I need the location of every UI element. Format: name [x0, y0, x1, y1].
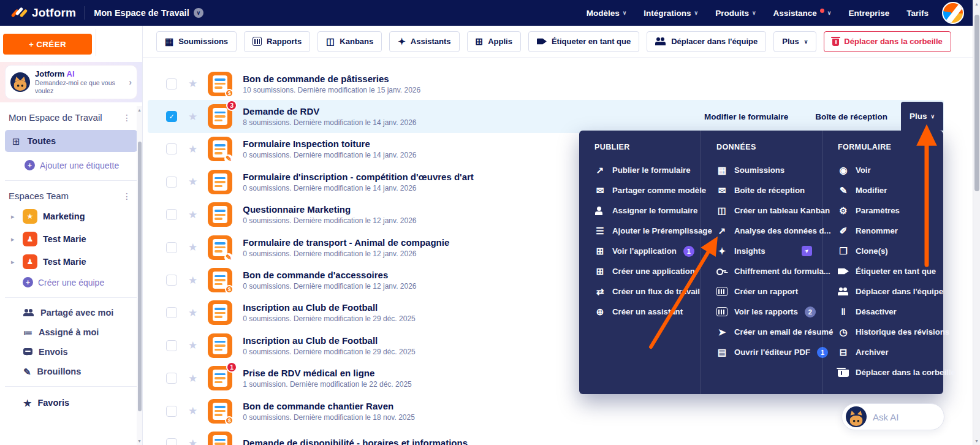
menu-item-deplacer-dans-la-corbeille[interactable]: Déplacer dans la corbeille: [838, 362, 943, 382]
menu-item-modifier[interactable]: ✎Modifier: [838, 180, 943, 200]
deplacer-dans-la-corbeille-button[interactable]: Déplacer dans la corbeille: [824, 31, 951, 52]
sidebar-item-favorites[interactable]: ★ Favoris: [23, 398, 142, 408]
menu-item-ouvrir-l-editeur-pdf[interactable]: ▤Ouvrir l'éditeur PDF1: [716, 342, 822, 362]
table-row[interactable]: ✓★3Demande de RDV8 soumissions. Dernière…: [148, 100, 944, 132]
menu-item-boite-de-reception[interactable]: ✉Boîte de réception: [716, 180, 822, 200]
row-checkbox[interactable]: [166, 242, 177, 253]
scroll-down-icon[interactable]: ▼: [137, 439, 142, 443]
menu-item-deplacer-dans-l-equipe[interactable]: Déplacer dans l'équipe: [838, 281, 943, 302]
favorite-star-icon[interactable]: ★: [188, 77, 197, 90]
nav-tarifs[interactable]: Tarifs: [906, 9, 929, 18]
inbox-link[interactable]: Boîte de réception: [815, 112, 887, 121]
menu-item-insights[interactable]: ✦Insights➤: [716, 241, 822, 261]
menu-item-creer-un-tableau-kanban[interactable]: ◫Créer un tableau Kanban: [716, 200, 822, 221]
favorite-star-icon[interactable]: ★: [188, 372, 197, 385]
sidebar-scroll-thumb[interactable]: [138, 142, 142, 411]
menu-item-archiver[interactable]: ⊟Archiver: [838, 342, 943, 362]
jotform-ai-card[interactable]: Jotform AI Demandez-moi ce que vous voul…: [5, 65, 137, 99]
workspace-chevron-icon[interactable]: ∨: [194, 8, 203, 18]
favorite-star-icon[interactable]: ★: [188, 405, 197, 417]
page-scrollbar[interactable]: ▲ ▼: [973, 0, 980, 445]
nav-assistance[interactable]: Assistance∨: [773, 9, 832, 18]
favorite-star-icon[interactable]: ★: [188, 110, 197, 123]
row-checkbox[interactable]: [166, 406, 177, 417]
deplacer-dans-l-equipe-button[interactable]: Déplacer dans l'équipe: [647, 31, 766, 52]
sidebar-item-all-forms[interactable]: ⊞ Toutes: [5, 130, 137, 152]
sidebar-item-brouillons[interactable]: ✎Brouillons: [23, 367, 142, 376]
brand-name[interactable]: Jotform: [32, 6, 76, 20]
caret-icon[interactable]: ▸: [11, 213, 17, 221]
menu-item-creer-un-assistant[interactable]: ⊕Créer un assistant: [594, 302, 701, 322]
menu-item-renommer[interactable]: ✐Renommer: [838, 221, 943, 241]
nav-modeles[interactable]: Modèles∨: [587, 9, 627, 18]
menu-item-analyse-des-donnees-d[interactable]: ↗Analyse des données d...: [716, 221, 822, 241]
favorite-star-icon[interactable]: ★: [188, 437, 197, 445]
menu-item-creer-une-application[interactable]: ⊞Créer une application: [594, 261, 701, 281]
menu-item-partager-comme-modele[interactable]: ✉Partager comme modèle: [594, 180, 701, 200]
etiqueter-en-tant-que-button[interactable]: Étiqueter en tant que: [528, 31, 639, 52]
menu-item-ajouter-le-preremplissage[interactable]: ☰Ajouter le Préremplissage: [594, 221, 701, 241]
nav-entreprise[interactable]: Entreprise: [848, 9, 889, 18]
favorite-star-icon[interactable]: ★: [188, 241, 197, 254]
plus-button[interactable]: Plus∨: [773, 31, 816, 52]
menu-item-historique-des-revisions[interactable]: ◷Historique des révisions: [838, 322, 943, 342]
kebab-menu-icon[interactable]: ⋮: [120, 113, 134, 123]
create-button[interactable]: + CRÉER: [3, 34, 92, 55]
row-checkbox[interactable]: [166, 275, 177, 286]
table-row[interactable]: ★Demande de disponibilité - horaires et …: [148, 427, 944, 445]
row-more-button[interactable]: Plus ∨: [901, 102, 943, 131]
user-avatar[interactable]: [942, 2, 964, 24]
sidebar-item-envois[interactable]: Envois: [23, 347, 142, 357]
kebab-menu-icon[interactable]: ⋮: [120, 191, 134, 201]
favorite-star-icon[interactable]: ★: [188, 143, 197, 156]
ask-ai-input[interactable]: Ask AI: [841, 403, 944, 430]
menu-item-soumissions[interactable]: ▦Soumissions: [716, 160, 822, 180]
row-checkbox[interactable]: [166, 78, 177, 89]
row-checkbox[interactable]: [166, 143, 177, 154]
scroll-up-icon[interactable]: ▲: [973, 2, 980, 6]
nav-integrations[interactable]: Intégrations∨: [644, 9, 698, 18]
menu-item-creer-un-rapport[interactable]: Créer un rapport: [716, 281, 822, 302]
favorite-star-icon[interactable]: ★: [188, 306, 197, 319]
row-checkbox[interactable]: ✓: [166, 111, 177, 122]
scroll-up-icon[interactable]: ▲: [137, 108, 142, 112]
row-checkbox[interactable]: [166, 340, 177, 351]
page-scroll-thumb[interactable]: [974, 15, 979, 191]
add-label-button[interactable]: + Ajouter une étiquette: [25, 160, 142, 170]
scroll-down-icon[interactable]: ▼: [973, 439, 980, 443]
menu-item-etiqueter-en-tant-que[interactable]: Étiqueter en tant que: [838, 261, 943, 281]
nav-produits[interactable]: Produits∨: [715, 9, 756, 18]
menu-item-publier-le-formulaire[interactable]: ↗Publier le formulaire: [594, 160, 701, 180]
menu-item-clone-s[interactable]: ❐Clone(s): [838, 241, 943, 261]
row-checkbox[interactable]: [166, 307, 177, 318]
menu-item-parametres[interactable]: ⚙Paramètres: [838, 200, 943, 221]
row-checkbox[interactable]: [166, 373, 177, 384]
favorite-star-icon[interactable]: ★: [188, 339, 197, 352]
menu-item-assigner-le-formulaire[interactable]: Assigner le formulaire: [594, 200, 701, 221]
rapports-button[interactable]: Rapports: [244, 31, 310, 52]
applis-button[interactable]: ⊞Applis: [467, 31, 521, 52]
jotform-logo-icon[interactable]: [12, 6, 27, 20]
assistants-button[interactable]: ✦Assistants: [389, 31, 459, 52]
kanbans-button[interactable]: ◫Kanbans: [317, 31, 382, 52]
row-checkbox[interactable]: [166, 438, 177, 445]
menu-item-voir-les-rapports[interactable]: Voir les rapports2: [716, 302, 822, 322]
sidebar-scrollbar[interactable]: ▲ ▼: [137, 106, 142, 445]
menu-item-creer-un-flux-de-travail[interactable]: ⇄Créer un flux de travail: [594, 281, 701, 302]
row-checkbox[interactable]: [166, 209, 177, 220]
sidebar-team-test-marie[interactable]: ▸♟Test Marie: [11, 232, 142, 246]
favorite-star-icon[interactable]: ★: [188, 274, 197, 287]
menu-item-creer-un-email-de-resume[interactable]: ➤Créer un email de résumé: [716, 322, 822, 342]
sidebar-item-assigne-a-moi[interactable]: ≔Assigné à moi: [23, 327, 142, 337]
table-row[interactable]: ★$Bon de commande chantier Raven0 soumis…: [148, 395, 944, 427]
row-checkbox[interactable]: [166, 177, 177, 188]
menu-item-desactiver[interactable]: ‖Désactiver: [838, 302, 943, 322]
sidebar-team-marketing[interactable]: ▸★Marketing: [11, 209, 142, 224]
workspace-name[interactable]: Mon Espace de Travail: [94, 8, 189, 18]
soumissions-button[interactable]: ▦Soumissions: [156, 31, 237, 52]
caret-icon[interactable]: ▸: [11, 235, 17, 243]
menu-item-voir[interactable]: ◉Voir: [838, 160, 943, 180]
menu-item-chiffrement-du-formula[interactable]: Chiffrement du formula...: [716, 261, 822, 281]
caret-icon[interactable]: ▸: [11, 258, 17, 266]
menu-item-voir-l-application[interactable]: ⊞Voir l'application1: [594, 241, 701, 261]
